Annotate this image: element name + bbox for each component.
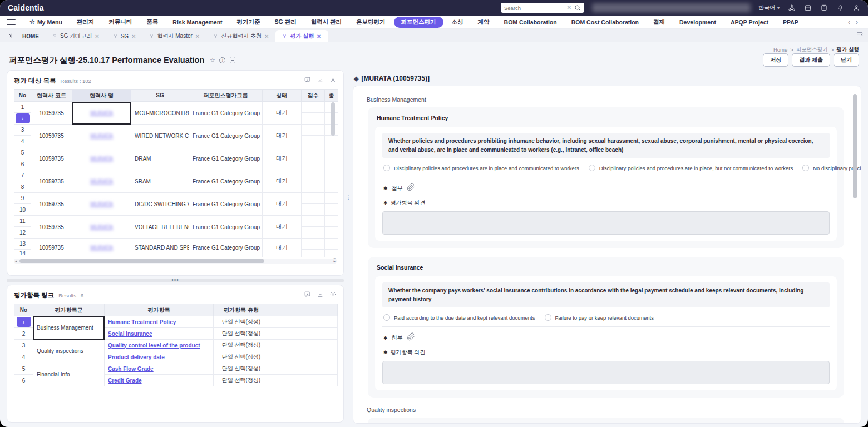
col-no[interactable]: No bbox=[14, 90, 31, 102]
table-row[interactable]: 5 10059735 MURATA DRAM France G1 Categor… bbox=[14, 147, 338, 158]
calendar-icon[interactable] bbox=[803, 4, 812, 12]
table-row-selected[interactable]: › Business Management Humane Treatment P… bbox=[14, 316, 338, 328]
eval-panel-scrollbar[interactable] bbox=[853, 94, 857, 424]
menu-scroll-right-icon[interactable]: › bbox=[856, 18, 858, 26]
menu-item-sg-management[interactable]: SG 관리 bbox=[269, 17, 303, 28]
menu-item-items[interactable]: 품목 bbox=[140, 17, 164, 28]
info-icon[interactable]: i bbox=[219, 57, 225, 63]
menu-item-ppap[interactable]: PPAP bbox=[777, 17, 805, 27]
hamburger-menu-icon[interactable] bbox=[7, 19, 16, 25]
gear-icon[interactable] bbox=[329, 76, 337, 86]
submit-result-button[interactable]: 결과 제출 bbox=[792, 53, 830, 67]
selected-row-chevron-icon[interactable]: › bbox=[16, 113, 30, 123]
menu-item-contract[interactable]: 계약 bbox=[472, 17, 496, 28]
table-row[interactable]: 5 Financial Info Cash Flow Grade 단일 선택(정… bbox=[14, 363, 338, 375]
scroll-right-arrow-icon[interactable]: ▸ bbox=[333, 259, 336, 264]
table-row[interactable]: 1 10059735 MURATA MCU-MICROCONTROLL Fran… bbox=[14, 102, 338, 113]
tab-new-partner-invite[interactable]: 신규협력사 초청✕ bbox=[206, 30, 275, 42]
vertical-splitter[interactable]: ⋮ bbox=[344, 70, 353, 424]
menu-item-eval-criteria[interactable]: 평가기준 bbox=[231, 17, 267, 28]
opinion-textarea[interactable] bbox=[382, 211, 830, 235]
menu-item-apqp-project[interactable]: APQP Project bbox=[724, 17, 775, 27]
col-partner-name[interactable]: 협력사 명 bbox=[72, 90, 131, 102]
partner-name-link[interactable]: MURATA bbox=[90, 178, 113, 185]
table-row[interactable]: 3 Quality inspections Quality control le… bbox=[14, 340, 338, 351]
breadcrumb-home[interactable]: Home bbox=[773, 47, 787, 53]
col-total-partial[interactable]: 총 bbox=[325, 90, 338, 102]
search-icon[interactable] bbox=[574, 4, 581, 11]
sidebar-expand-icon[interactable] bbox=[3, 30, 16, 41]
col-partner-code[interactable]: 협력사 코드 bbox=[31, 90, 72, 102]
partner-name-link[interactable]: MURATA bbox=[90, 133, 113, 139]
user-icon[interactable] bbox=[852, 4, 860, 12]
table-vertical-scrollbar[interactable]: ▾ bbox=[331, 102, 336, 169]
radio-button[interactable] bbox=[383, 314, 390, 321]
favorite-star-icon[interactable]: ☆ bbox=[209, 57, 216, 64]
radio-button[interactable] bbox=[545, 314, 551, 321]
partner-name-link[interactable]: MURATA bbox=[90, 224, 113, 230]
table-row[interactable]: 13 10059735 MURATA STANDARD AND SPECIA F… bbox=[14, 239, 338, 250]
menu-item-bom-collaboration[interactable]: BOM Collaboration bbox=[498, 17, 563, 27]
tab-sg-category[interactable]: SG 카테고리✕ bbox=[46, 30, 106, 42]
table-row[interactable]: 9 10059735 MURATA DC/DC SWITCHING VOL Fr… bbox=[14, 193, 338, 204]
table-row[interactable]: 11 10059735 MURATA VOLTAGE REFERENCES Fr… bbox=[14, 216, 338, 227]
menu-item-risk-management[interactable]: Risk Management bbox=[166, 17, 228, 27]
tab-partner-master[interactable]: 협력사 Master✕ bbox=[142, 30, 206, 42]
radio-button[interactable] bbox=[802, 165, 809, 171]
eval-item-link[interactable]: Social Insurance bbox=[108, 331, 152, 337]
close-icon[interactable]: ✕ bbox=[264, 33, 269, 39]
tooltip-icon[interactable] bbox=[304, 76, 311, 86]
close-icon[interactable]: ✕ bbox=[95, 33, 99, 39]
close-icon[interactable]: ✕ bbox=[131, 33, 136, 39]
global-search[interactable]: ✕ bbox=[501, 3, 584, 13]
breadcrumb-performance-eval[interactable]: 퍼포먼스평가 bbox=[796, 46, 828, 53]
menu-item-sourcing[interactable]: 소싱 bbox=[446, 17, 470, 28]
col-item-group[interactable]: 평가항목군 bbox=[33, 304, 105, 316]
radio-button[interactable] bbox=[589, 165, 595, 171]
close-button[interactable]: 닫기 bbox=[834, 53, 859, 67]
tab-sg[interactable]: SG✕ bbox=[106, 30, 143, 42]
table-row[interactable]: 3 10059735 MURATA WIRED NETWORK COMM Fra… bbox=[14, 125, 338, 136]
opinion-textarea[interactable] bbox=[382, 361, 830, 384]
col-no[interactable]: No bbox=[14, 304, 33, 316]
col-sg[interactable]: SG bbox=[131, 90, 189, 102]
col-status[interactable]: 상태 bbox=[263, 90, 302, 102]
menu-item-onboarding-eval[interactable]: 온보딩평가 bbox=[350, 17, 392, 28]
eval-item-link[interactable]: Quality control level of the product bbox=[108, 342, 200, 349]
table-row[interactable]: 7 10059735 MURATA SRAM France G1 Categor… bbox=[14, 170, 338, 181]
tab-home[interactable]: HOME bbox=[16, 30, 46, 42]
gear-icon[interactable] bbox=[329, 290, 337, 300]
partner-name-link[interactable]: MURATA bbox=[90, 245, 113, 251]
col-item[interactable]: 평가항목 bbox=[105, 304, 214, 316]
radio-option-label[interactable]: Disciplinary policies and procedures are… bbox=[394, 165, 579, 171]
download-icon[interactable] bbox=[317, 76, 324, 86]
eval-item-link[interactable]: Humane Treatment Policy bbox=[108, 319, 176, 325]
partner-name-link[interactable]: MURATA bbox=[90, 156, 113, 162]
language-selector[interactable]: 한국어▾ bbox=[758, 4, 780, 12]
menu-item-community[interactable]: 커뮤니티 bbox=[102, 17, 138, 28]
paperclip-icon[interactable] bbox=[407, 183, 415, 193]
save-button[interactable]: 저장 bbox=[763, 53, 788, 67]
table-horizontal-scrollbar[interactable]: ◂ ▸ bbox=[14, 259, 337, 264]
eval-item-link[interactable]: Cash Flow Grade bbox=[108, 366, 154, 372]
menu-scroll-left-icon[interactable]: ‹ bbox=[848, 18, 850, 26]
search-input[interactable] bbox=[504, 5, 564, 11]
menu-item-approval[interactable]: 결재 bbox=[647, 17, 671, 28]
notes-icon[interactable] bbox=[820, 4, 828, 12]
eval-item-link[interactable]: Product delivery date bbox=[108, 354, 165, 360]
tab-list-icon[interactable] bbox=[856, 30, 864, 40]
selected-row-chevron-icon[interactable]: › bbox=[17, 317, 31, 327]
tooltip-icon[interactable] bbox=[304, 290, 311, 300]
eval-item-link[interactable]: Credit Grade bbox=[108, 378, 142, 384]
menu-item-performance-eval-active[interactable]: 퍼포먼스평가 bbox=[394, 17, 443, 28]
close-icon[interactable]: ✕ bbox=[317, 33, 321, 39]
horizontal-splitter[interactable]: ••• bbox=[7, 276, 344, 285]
col-eval-group[interactable]: 퍼포먼스평가그룹 bbox=[189, 90, 263, 102]
col-item-type[interactable]: 평가항목 유형 bbox=[214, 304, 269, 316]
tab-eval-execute-active[interactable]: 평가 실행✕ bbox=[275, 30, 328, 42]
menu-item-admin[interactable]: 관리자 bbox=[71, 17, 101, 28]
download-icon[interactable] bbox=[317, 290, 324, 300]
bell-icon[interactable] bbox=[836, 4, 844, 12]
scroll-left-arrow-icon[interactable]: ◂ bbox=[15, 259, 17, 264]
manual-icon[interactable] bbox=[230, 57, 235, 63]
